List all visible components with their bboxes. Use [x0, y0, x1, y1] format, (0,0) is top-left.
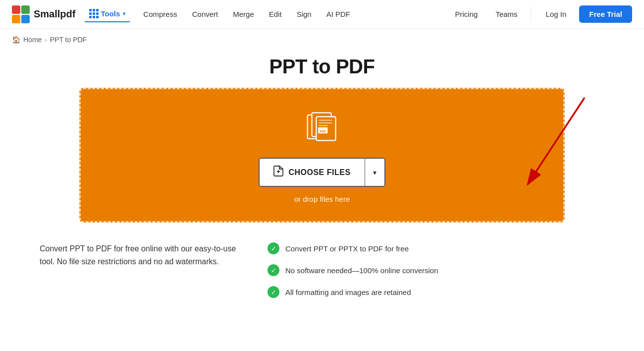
teams-link[interactable]: Teams	[488, 6, 524, 22]
choose-files-dropdown-button[interactable]: ▾	[365, 159, 384, 186]
upload-icon-area: PDF	[302, 109, 342, 146]
nav-ai-pdf[interactable]: AI PDF	[320, 6, 357, 22]
feature-item-3: ✓ All formatting and images are retained	[268, 286, 438, 298]
main-nav: Compress Convert Merge Edit Sign AI PDF	[136, 6, 448, 22]
breadcrumb-home[interactable]: Home	[23, 36, 42, 44]
nav-sign[interactable]: Sign	[290, 6, 319, 22]
chevron-down-icon: ▾	[123, 11, 125, 16]
ppt-to-pdf-icon: PDF	[302, 109, 342, 144]
feature-text-2: No software needed—100% online conversio…	[285, 266, 438, 275]
svg-rect-0	[12, 5, 20, 14]
check-icon-2: ✓	[268, 264, 279, 276]
page-title: PPT to PDF	[0, 56, 644, 78]
feature-item-1: ✓ Convert PPT or PPTX to PDF for free	[268, 242, 438, 254]
logo[interactable]: Smallpdf	[12, 5, 75, 23]
feature-text-3: All formatting and images are retained	[285, 288, 411, 296]
chevron-down-icon: ▾	[373, 169, 376, 176]
login-button[interactable]: Log In	[537, 6, 576, 22]
choose-files-button[interactable]: CHOOSE FILES	[260, 159, 364, 186]
grid-icon	[89, 9, 99, 18]
choose-files-label: CHOOSE FILES	[288, 168, 350, 177]
file-icon	[273, 166, 283, 179]
header-divider	[531, 7, 531, 22]
free-trial-button[interactable]: Free Trial	[579, 5, 632, 23]
choose-files-row: CHOOSE FILES ▾	[259, 158, 385, 187]
header: Smallpdf Tools ▾ Compress Convert Merge …	[0, 0, 644, 29]
header-right: Pricing Teams Log In Free Trial	[448, 5, 632, 23]
breadcrumb-separator: ›	[45, 36, 47, 44]
breadcrumb-current: PPT to PDF	[50, 36, 87, 44]
feature-item-2: ✓ No software needed—100% online convers…	[268, 264, 438, 276]
svg-text:PDF: PDF	[320, 129, 326, 133]
tools-menu-button[interactable]: Tools ▾	[84, 6, 130, 22]
nav-convert[interactable]: Convert	[185, 6, 225, 22]
bottom-section: Convert PPT to PDF for free online with …	[0, 237, 644, 303]
drop-files-text: or drop files here	[294, 195, 350, 203]
breadcrumb: 🏠 Home › PPT to PDF	[0, 29, 644, 51]
nav-compress[interactable]: Compress	[136, 6, 184, 22]
svg-rect-3	[21, 15, 30, 23]
svg-rect-2	[12, 15, 20, 23]
description-text: Convert PPT to PDF for free online with …	[40, 242, 238, 268]
feature-text-1: Convert PPT or PPTX to PDF for free	[285, 244, 409, 253]
tools-label: Tools	[101, 9, 120, 18]
check-icon-1: ✓	[268, 242, 279, 254]
home-icon: 🏠	[12, 36, 20, 44]
svg-rect-1	[21, 5, 30, 14]
check-icon-3: ✓	[268, 286, 279, 298]
features-list: ✓ Convert PPT or PPTX to PDF for free ✓ …	[268, 242, 438, 298]
nav-edit[interactable]: Edit	[262, 6, 289, 22]
upload-file-icon	[273, 166, 283, 176]
pricing-link[interactable]: Pricing	[448, 6, 485, 22]
nav-merge[interactable]: Merge	[226, 6, 261, 22]
logo-icon	[12, 5, 30, 23]
upload-dropzone[interactable]: PDF CHOOSE FILES	[79, 88, 565, 223]
logo-text: Smallpdf	[34, 8, 75, 20]
